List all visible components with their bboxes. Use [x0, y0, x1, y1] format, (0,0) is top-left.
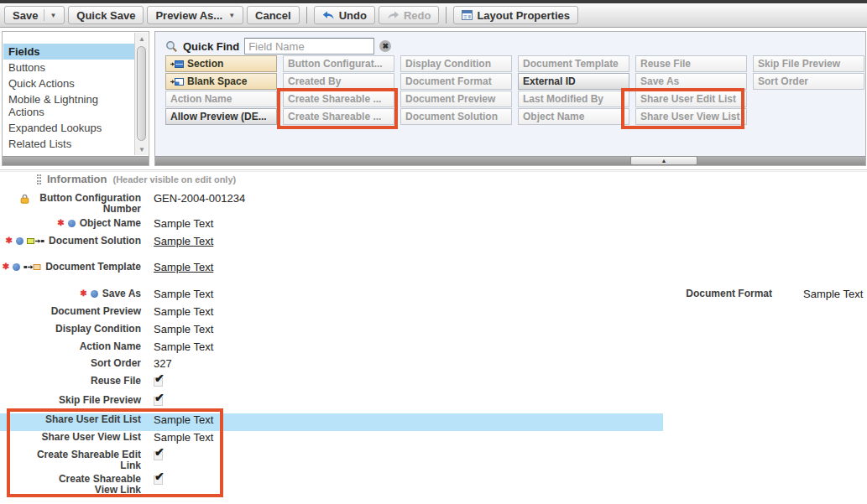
field-row-skip-file-preview[interactable]: Skip File Preview: [0, 394, 663, 413]
field-value: Sample Text: [154, 217, 213, 230]
palette-item-section[interactable]: Section: [165, 55, 277, 72]
field-row-object-name[interactable]: ✱ Object Name Sample Text: [0, 217, 663, 235]
field-row-sort-order[interactable]: Sort Order 327: [0, 357, 663, 375]
palette-item-allow-preview[interactable]: Allow Preview (DE...: [165, 108, 277, 125]
field-value-link[interactable]: Sample Text: [154, 261, 213, 273]
field-row-share-user-edit-list[interactable]: Share User Edit List Sample Text: [0, 413, 663, 431]
field-row-document-solution[interactable]: ✱ Document Solution Sample Text: [0, 235, 663, 261]
layout-properties-icon: [462, 10, 473, 20]
clear-search-icon[interactable]: ✖: [379, 40, 391, 52]
field-label: Sort Order: [91, 358, 141, 369]
required-icon: ✱: [6, 236, 13, 245]
lock-icon: [20, 194, 29, 204]
palette-item-document-format[interactable]: Document Format: [400, 73, 512, 90]
palette-item-external-id[interactable]: External ID: [518, 73, 629, 90]
quick-save-button[interactable]: Quick Save: [68, 6, 144, 24]
undo-button[interactable]: Undo: [314, 6, 375, 24]
sidebar-item-report-charts[interactable]: Report Charts: [3, 152, 134, 155]
checked-checkbox-icon: [154, 375, 166, 387]
field-row-document-format[interactable]: Document Format Sample Text: [663, 288, 867, 300]
cancel-button[interactable]: Cancel: [247, 6, 300, 24]
undo-icon: [322, 11, 335, 20]
palette-item-share-user-edit-list[interactable]: Share User Edit List: [635, 91, 747, 107]
scroll-down-icon[interactable]: ▼: [135, 143, 149, 155]
palette-item-label: Button Configurat...: [288, 57, 383, 70]
field-label: Document Preview: [51, 306, 141, 317]
palette-item-label: Reuse File: [640, 57, 691, 70]
sidebar-item-buttons[interactable]: Buttons: [3, 60, 134, 75]
field-row-create-shareable-edit-link[interactable]: Create Shareable Edit Link: [0, 449, 663, 473]
scroll-up-icon[interactable]: ▲: [135, 33, 149, 44]
search-icon: [165, 40, 178, 53]
field-row-document-template[interactable]: ✱ Document Template Sample Text: [0, 261, 663, 288]
sidebar-item-expanded-lookups[interactable]: Expanded Lookups: [3, 120, 134, 136]
palette-grid: Section Button Configurat... Display Con…: [165, 55, 864, 125]
toolbar: Save ▼ Quick Save Preview As... ▼ Cancel…: [0, 3, 867, 28]
drag-handle-icon[interactable]: [37, 174, 41, 184]
palette-item-sort-order[interactable]: Sort Order: [753, 73, 864, 90]
palette-item-label: External ID: [523, 75, 576, 88]
palette-item-label: Allow Preview (DE...: [170, 110, 267, 123]
section-header[interactable]: Information (Header visible on edit only…: [37, 173, 236, 185]
palette-item-label: Section: [187, 57, 223, 70]
field-row-share-user-view-list[interactable]: Share User View List Sample Text: [0, 431, 663, 449]
section-subtitle: (Header visible on edit only): [113, 174, 237, 184]
sidebar-scrollbar[interactable]: ▲ ▼: [134, 33, 148, 155]
sidebar-item-mobile-lightning-actions[interactable]: Mobile & Lightning Actions: [3, 91, 134, 120]
palette-item-action-name[interactable]: Action Name: [165, 91, 277, 107]
preview-as-label: Preview As...: [155, 9, 222, 22]
palette-item-document-preview[interactable]: Document Preview: [400, 91, 512, 107]
field-label: Button Configuration Number: [34, 193, 141, 215]
field-row-action-name[interactable]: Action Name Sample Text: [0, 340, 663, 357]
field-row-display-condition[interactable]: Display Condition Sample Text: [0, 323, 663, 340]
palette-item-reuse-file[interactable]: Reuse File: [635, 55, 747, 72]
field-value-link[interactable]: Sample Text: [154, 235, 213, 247]
palette-item-object-name[interactable]: Object Name: [518, 108, 629, 125]
palette-item-skip-file-preview[interactable]: Skip File Preview: [753, 55, 864, 72]
scrollbar-thumb[interactable]: [137, 46, 146, 141]
checked-checkbox-icon: [154, 449, 166, 461]
cancel-label: Cancel: [255, 9, 291, 22]
field-row-button-configuration-number[interactable]: Button Configuration Number GEN-2004-001…: [0, 192, 663, 217]
palette-item-blank-space[interactable]: Blank Space: [165, 73, 277, 90]
palette-item-label: Action Name: [170, 92, 232, 106]
field-row-create-shareable-view-link[interactable]: Create Shareable View Link: [0, 473, 663, 497]
sidebar-item-related-lists[interactable]: Related Lists: [3, 136, 134, 152]
field-row-reuse-file[interactable]: Reuse File: [0, 375, 663, 394]
section-divider: [0, 169, 867, 170]
field-label: Document Template: [45, 262, 141, 273]
sidebar-item-fields[interactable]: Fields: [3, 44, 134, 60]
palette-item-document-template[interactable]: Document Template: [518, 55, 629, 72]
field-row-save-as[interactable]: ✱ Save As Sample Text: [0, 288, 663, 305]
palette-item-display-condition[interactable]: Display Condition: [400, 55, 512, 72]
save-button[interactable]: Save ▼: [4, 6, 65, 24]
palette-item-label: Create Shareable ...: [288, 110, 381, 123]
field-value: Sample Text: [154, 413, 213, 426]
palette-item-save-as[interactable]: Save As: [635, 73, 747, 90]
palette-item-label: Document Template: [523, 57, 619, 70]
preview-as-button[interactable]: Preview As... ▼: [147, 6, 243, 24]
field-label: Create Shareable View Link: [34, 474, 141, 496]
palette-item-create-shareable-edit[interactable]: Create Shareable ...: [283, 91, 394, 107]
layout-properties-button[interactable]: Layout Properties: [453, 6, 578, 24]
palette-item-last-modified-by[interactable]: Last Modified By: [518, 91, 629, 107]
palette-item-label: Document Format: [405, 75, 492, 88]
palette-item-create-shareable-view[interactable]: Create Shareable ...: [283, 108, 394, 125]
field-label: Object Name: [80, 218, 141, 229]
palette-item-button-configuration[interactable]: Button Configurat...: [283, 55, 394, 72]
palette-item-document-solution[interactable]: Document Solution: [400, 108, 512, 125]
sidebar-item-quick-actions[interactable]: Quick Actions: [3, 75, 134, 91]
palette-collapse-handle[interactable]: ▲: [630, 156, 697, 165]
palette-category-sidebar: Fields Buttons Quick Actions Mobile & Li…: [2, 31, 149, 166]
save-button-label: Save: [13, 9, 38, 22]
quick-find-input[interactable]: [244, 38, 374, 55]
palette-item-share-user-view-list[interactable]: Share User View List: [635, 108, 747, 125]
controlling-field-icon: [27, 237, 44, 245]
dependent-field-icon: [24, 263, 41, 271]
palette-item-created-by[interactable]: Created By: [283, 73, 394, 90]
field-row-document-preview[interactable]: Document Preview Sample Text: [0, 305, 663, 323]
redo-button[interactable]: Redo: [379, 6, 440, 24]
palette-item-label: Document Preview: [405, 92, 495, 106]
category-list: Fields Buttons Quick Actions Mobile & Li…: [3, 44, 134, 155]
save-dropdown-caret[interactable]: ▼: [44, 9, 56, 21]
